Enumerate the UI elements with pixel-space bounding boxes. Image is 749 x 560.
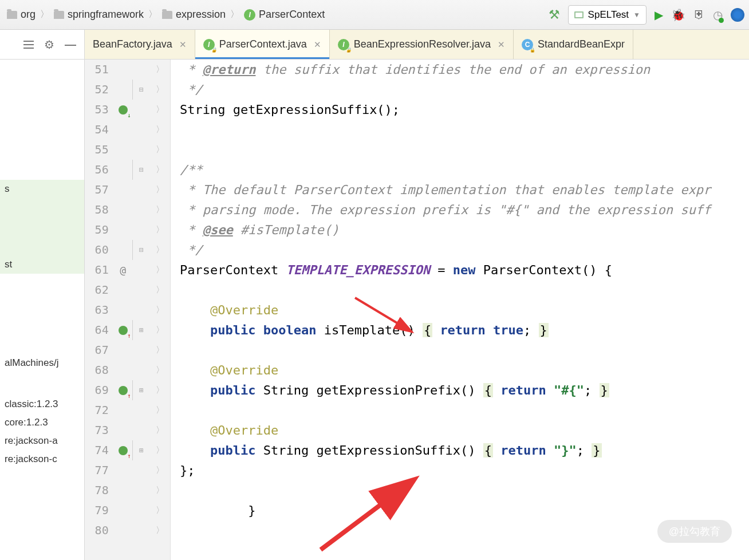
minimize-icon[interactable]: — — [65, 38, 76, 51]
chevron-icon: 〉 — [149, 200, 170, 220]
code-area[interactable]: * @return the suffix that identifies the… — [171, 60, 749, 560]
profiler-icon[interactable]: ◷ — [713, 8, 723, 22]
line-number: 69 — [85, 380, 113, 400]
dropdown-icon: ▼ — [633, 11, 640, 19]
line-number: 74 — [85, 440, 113, 460]
chevron-icon: 〉 — [149, 520, 170, 541]
close-icon[interactable]: ✕ — [498, 40, 505, 50]
fold-icon[interactable]: ⊞ — [132, 320, 149, 340]
tab-label: StandardBeanExpr — [538, 38, 625, 50]
chevron-icon: 〉 — [149, 500, 170, 520]
fold-icon[interactable]: ⊟ — [132, 80, 149, 100]
side-controls: ⚙ — — [0, 30, 85, 59]
gauge-icon[interactable] — [731, 8, 744, 22]
line-number: 61 — [85, 260, 113, 280]
list-item[interactable]: st — [0, 255, 84, 274]
list-item[interactable]: re:jackson-c — [0, 450, 84, 468]
breadcrumb-file[interactable]: IParserContext — [242, 7, 327, 22]
override-icon: ↑ — [119, 326, 128, 335]
chevron-icon: 〉 — [149, 140, 170, 160]
folder-icon — [7, 11, 17, 19]
build-icon[interactable]: ⚒ — [549, 7, 560, 22]
fold-icon[interactable]: ⊟ — [132, 240, 149, 260]
gutter: 51〉52⊟〉53↓〉54〉55〉56⊟〉57〉58〉59〉60⊟〉61@〉62… — [85, 60, 171, 560]
chevron-icon: 〉 — [149, 160, 170, 180]
list-item[interactable]: re:jackson-a — [0, 432, 84, 450]
breadcrumbs: org 〉 springframework 〉 expression 〉 IPa… — [5, 7, 327, 22]
main-toolbar: org 〉 springframework 〉 expression 〉 IPa… — [0, 0, 749, 30]
list-item[interactable]: core:1.2.3 — [0, 413, 84, 432]
interface-icon: I — [203, 39, 215, 50]
override-icon: ↓ — [119, 105, 128, 115]
line-number: 80 — [85, 520, 113, 541]
chevron-icon: 〉 — [148, 9, 157, 21]
tab-parsercontext[interactable]: I ParserContext.java ✕ — [195, 30, 330, 59]
tab-label: BeanExpressionResolver.java — [354, 38, 491, 50]
chevron-icon: 〉 — [149, 340, 170, 360]
chevron-icon: 〉 — [149, 320, 170, 340]
chevron-icon: 〉 — [149, 280, 170, 300]
chevron-icon: 〉 — [149, 80, 170, 100]
line-number: 73 — [85, 420, 113, 440]
line-number: 57 — [85, 180, 113, 200]
chevron-icon: 〉 — [149, 220, 170, 240]
run-config-select[interactable]: SpELTest ▼ — [568, 5, 646, 25]
line-number: 59 — [85, 220, 113, 240]
interface-icon: I — [338, 39, 349, 50]
debug-icon[interactable]: 🐞 — [671, 8, 685, 22]
breadcrumb-expression[interactable]: expression — [160, 7, 228, 22]
tab-bar-row: ⚙ — BeanFactory.java ✕ I ParserContext.j… — [0, 30, 749, 60]
chevron-icon: 〉 — [149, 440, 170, 460]
folder-icon — [162, 11, 172, 19]
tab-label: ParserContext.java — [219, 38, 307, 50]
line-number: 68 — [85, 360, 113, 380]
line-number: 56 — [85, 160, 113, 180]
line-number: 79 — [85, 500, 113, 520]
chevron-icon: 〉 — [149, 60, 170, 80]
chevron-icon: 〉 — [149, 120, 170, 140]
tab-standardbeanexpr[interactable]: C StandardBeanExpr — [514, 30, 633, 59]
code-editor[interactable]: 51〉52⊟〉53↓〉54〉55〉56⊟〉57〉58〉59〉60⊟〉61@〉62… — [85, 60, 749, 560]
fold-icon[interactable]: ⊟ — [132, 160, 149, 180]
gear-icon[interactable]: ⚙ — [44, 38, 54, 52]
fold-icon[interactable]: ⊞ — [132, 380, 149, 400]
coverage-icon[interactable]: ⛨ — [693, 8, 705, 21]
folder-icon — [54, 11, 64, 19]
project-panel[interactable]: s st alMachines/j classic:1.2.3 core:1.2… — [0, 60, 85, 560]
tab-label: BeanFactory.java — [93, 38, 172, 50]
chevron-icon: 〉 — [149, 180, 170, 200]
chevron-icon: 〉 — [149, 420, 170, 440]
line-number: 54 — [85, 120, 113, 140]
run-icon[interactable]: ▶ — [655, 8, 663, 22]
line-number: 53 — [85, 100, 113, 120]
chevron-icon: 〉 — [149, 480, 170, 500]
line-number: 63 — [85, 300, 113, 320]
tab-beanexpressionresolver[interactable]: I BeanExpressionResolver.java ✕ — [330, 30, 514, 59]
list-item[interactable]: s — [0, 180, 84, 198]
close-icon[interactable]: ✕ — [179, 40, 187, 50]
line-number: 55 — [85, 140, 113, 160]
chevron-icon: 〉 — [149, 240, 170, 260]
watermark: @拉勾教育 — [657, 520, 732, 543]
collapse-icon[interactable] — [23, 41, 34, 49]
line-number: 78 — [85, 480, 113, 500]
annotation-icon: @ — [120, 260, 126, 280]
toolbar-actions: ⚒ SpELTest ▼ ▶ 🐞 ⛨ ◷ — [549, 5, 744, 25]
line-number: 67 — [85, 340, 113, 360]
list-item[interactable]: alMachines/j — [0, 354, 84, 372]
list-item[interactable]: classic:1.2.3 — [0, 395, 84, 413]
editor-tabs: BeanFactory.java ✕ I ParserContext.java … — [85, 30, 749, 59]
override-icon: ↑ — [119, 446, 128, 455]
breadcrumb-springframework[interactable]: springframework — [52, 7, 146, 22]
line-number: 52 — [85, 80, 113, 100]
line-number: 58 — [85, 200, 113, 220]
line-number: 60 — [85, 240, 113, 260]
fold-icon[interactable]: ⊞ — [132, 440, 149, 460]
chevron-icon: 〉 — [149, 100, 170, 120]
tab-beanfactory[interactable]: BeanFactory.java ✕ — [85, 30, 195, 59]
line-number: 51 — [85, 60, 113, 80]
breadcrumb-org[interactable]: org — [5, 7, 38, 22]
line-number: 72 — [85, 400, 113, 420]
chevron-icon: 〉 — [149, 460, 170, 480]
close-icon[interactable]: ✕ — [314, 40, 321, 50]
